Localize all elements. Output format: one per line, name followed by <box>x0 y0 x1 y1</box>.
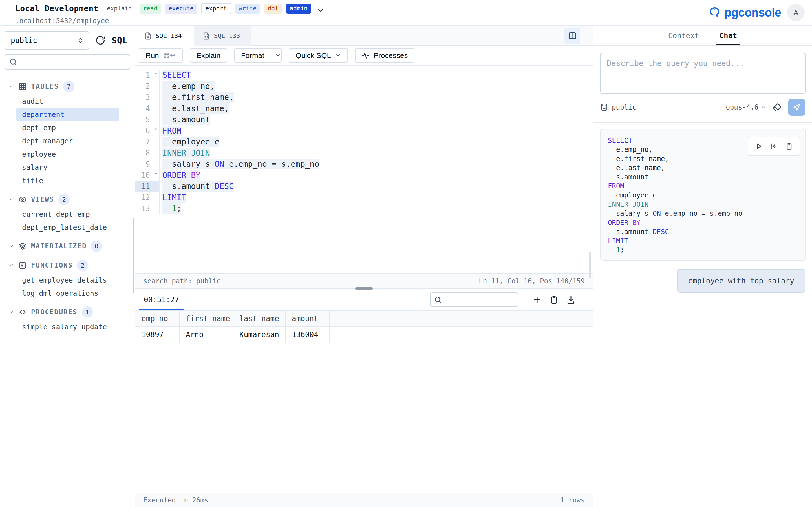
explain-button[interactable]: Explain <box>190 48 227 63</box>
tree-item-simple_salary_update[interactable]: simple_salary_update <box>16 320 119 334</box>
sql-tab-sql-133[interactable]: SQL 133 <box>193 26 252 46</box>
section-header-materialized[interactable]: MATERIALIZED0 <box>0 239 135 253</box>
tree-item-dept_manager[interactable]: dept_manager <box>16 134 119 148</box>
tree-item-title[interactable]: title <box>16 174 119 187</box>
connection-menu-chevron-icon[interactable] <box>317 7 324 14</box>
user-message-bubble: employee with top salary <box>677 269 805 293</box>
gutter-line-8[interactable]: 8 <box>135 148 160 159</box>
section-count-badge: 2 <box>77 260 88 271</box>
table-row[interactable]: 10897ArnoKumaresan136004 <box>135 327 593 343</box>
results-search-input[interactable] <box>445 296 528 303</box>
clear-chat-button[interactable] <box>772 103 782 112</box>
section-header-procedures[interactable]: PROCEDURES1 <box>0 305 135 319</box>
tree-item-dept_emp[interactable]: dept_emp <box>16 121 119 134</box>
add-result-tab-button[interactable] <box>532 295 542 304</box>
gutter-line-6[interactable]: 6▾ <box>135 125 160 136</box>
code-content[interactable]: SELECT <box>160 70 191 80</box>
section-header-views[interactable]: VIEWS2 <box>0 192 135 207</box>
code-line-8: 8INNER JOIN <box>135 148 593 159</box>
gutter-line-10[interactable]: 10▾ <box>135 170 160 181</box>
send-button[interactable] <box>788 99 805 116</box>
chevron-down-icon <box>8 83 14 89</box>
split-panel-button[interactable] <box>564 28 580 44</box>
column-header-emp_no[interactable]: emp_no <box>135 311 180 326</box>
code-content[interactable]: salary s ON e.emp_no = s.emp_no <box>160 159 319 169</box>
results-resize-handle[interactable] <box>355 287 373 290</box>
run-button[interactable]: Run ⌘↵ <box>139 48 183 63</box>
copy-results-button[interactable] <box>549 295 559 304</box>
code-content[interactable]: e.emp_no, <box>160 82 214 91</box>
fold-marker-icon[interactable]: ▾ <box>154 126 157 132</box>
format-dropdown[interactable] <box>270 49 281 62</box>
results-search[interactable] <box>430 292 518 307</box>
sql-block-toolbar <box>748 136 800 156</box>
tree-item-salary[interactable]: salary <box>16 161 119 174</box>
gutter-line-11[interactable]: 11 <box>135 181 160 192</box>
sql-editor[interactable]: 1▾SELECT2 e.emp_no,3 e.first_name,4 e.la… <box>135 66 593 273</box>
chevron-down-icon <box>8 309 14 315</box>
chevron-down-icon <box>761 105 766 110</box>
section-header-tables[interactable]: TABLES7 <box>0 79 135 94</box>
gutter-line-4[interactable]: 4 <box>135 103 160 114</box>
editor-scrollbar[interactable] <box>589 251 591 278</box>
results-toolbar: 00:51:27 <box>135 289 593 311</box>
code-content[interactable]: s.amount DESC <box>160 182 234 191</box>
gutter-line-13[interactable]: 13 <box>135 203 160 214</box>
processes-button[interactable]: Processes <box>355 48 414 63</box>
sidebar-search[interactable] <box>4 54 130 70</box>
tab-context[interactable]: Context <box>668 26 699 45</box>
tree-item-audit[interactable]: audit <box>16 95 119 108</box>
assistant-sql-block: SELECT e.emp_no, e.first_name, e.last_na… <box>600 129 806 261</box>
chat-composer-input[interactable] <box>600 53 806 94</box>
code-content[interactable]: s.amount <box>160 115 210 124</box>
avatar[interactable]: A <box>787 4 805 21</box>
chip-read: read <box>140 4 161 13</box>
column-header-last_name[interactable]: last_name <box>233 311 286 326</box>
code-content[interactable]: INNER JOIN <box>160 149 210 158</box>
refresh-schema-button[interactable] <box>95 35 105 45</box>
section-header-functions[interactable]: FUNCTIONS2 <box>0 258 135 272</box>
tab-chat[interactable]: Chat <box>719 26 737 45</box>
gutter-line-12[interactable]: 12 <box>135 192 160 203</box>
gutter-line-3[interactable]: 3 <box>135 92 160 103</box>
model-select[interactable]: opus-4.6 <box>726 103 766 111</box>
gutter-line-7[interactable]: 7 <box>135 136 160 148</box>
sidebar-scrollbar[interactable] <box>133 218 135 293</box>
result-set-tab[interactable]: 00:51:27 <box>141 289 182 311</box>
code-content[interactable]: 1; <box>160 204 181 213</box>
tree-item-log_dml_operations[interactable]: log_dml_operations <box>16 287 119 300</box>
tree-item-get_employee_details[interactable]: get_employee_details <box>16 274 119 287</box>
gutter-line-9[interactable]: 9 <box>135 159 160 170</box>
tree-item-current_dept_emp[interactable]: current_dept_emp <box>16 208 119 221</box>
tree-item-employee[interactable]: employee <box>16 148 119 161</box>
quick-sql-button[interactable]: Quick SQL <box>289 48 348 63</box>
column-header-first_name[interactable]: first_name <box>180 311 233 326</box>
code-content[interactable]: e.last_name, <box>160 104 229 113</box>
schema-select[interactable]: public <box>4 31 89 50</box>
fold-marker-icon[interactable]: ▾ <box>154 71 157 76</box>
code-content[interactable]: employee e <box>160 137 219 147</box>
gutter-line-1[interactable]: 1▾ <box>135 69 160 81</box>
code-content[interactable]: ORDER BY <box>160 171 200 180</box>
gutter-line-5[interactable]: 5 <box>135 114 160 125</box>
fold-marker-icon[interactable]: ▾ <box>154 171 157 176</box>
code-content[interactable]: LIMIT <box>160 193 186 202</box>
gutter-line-2[interactable]: 2 <box>135 81 160 92</box>
sql-tab-sql-134[interactable]: SQL 134 <box>135 26 193 46</box>
code-content[interactable]: e.first_name, <box>160 93 234 102</box>
format-button[interactable]: Format <box>234 48 282 63</box>
column-header-filler <box>330 311 593 326</box>
tree-item-dept_emp_latest_date[interactable]: dept_emp_latest_date <box>16 221 119 234</box>
tree-item-department[interactable]: department <box>16 108 119 121</box>
code-content[interactable]: FROM <box>160 126 181 135</box>
copy-sql-button[interactable] <box>785 142 793 150</box>
download-results-button[interactable] <box>566 295 576 304</box>
insert-sql-button[interactable] <box>770 142 778 150</box>
sidebar-search-input[interactable] <box>20 58 126 66</box>
run-suggested-sql-button[interactable] <box>755 142 763 150</box>
refresh-icon <box>95 35 105 45</box>
column-header-amount[interactable]: amount <box>286 311 330 326</box>
section-functions: FUNCTIONS2get_employee_detailslog_dml_op… <box>0 258 135 300</box>
sidebar-sql-toggle[interactable]: SQL <box>112 36 128 45</box>
cell-first_name-0: Arno <box>180 327 233 342</box>
